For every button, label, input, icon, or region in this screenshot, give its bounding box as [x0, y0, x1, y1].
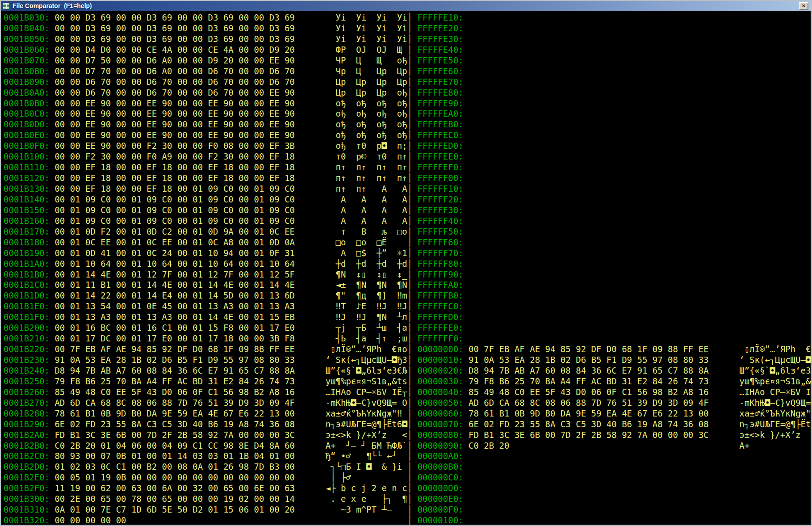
right-address: 00000060:: [412, 408, 463, 418]
right-address: FFFFFFC0:: [412, 301, 463, 311]
panel-separator: │: [407, 55, 412, 65]
left-address: 0001B050:: [4, 34, 50, 44]
left-address: 0001B240:: [4, 366, 50, 375]
right-address: FFFFFFE0:: [412, 323, 463, 332]
left-address: 0001B1F0:: [4, 312, 50, 322]
hex-row: 0001B2E0: 00 05 01 19 0B 00 00 00 00 00 …: [4, 472, 811, 483]
panel-separator: │: [407, 237, 412, 247]
right-address: FFFFFF30:: [412, 205, 463, 215]
hex-row: 0001B0D0: 00 00 EE 90 00 00 EE 90 00 00 …: [4, 119, 811, 130]
right-address: 000000A0:: [412, 451, 463, 461]
window-title: File Comparator (F1=help): [13, 2, 92, 9]
left-hex-and-ascii: 00 01 11 B1 00 01 14 4E 00 01 14 4E 00 0…: [50, 280, 407, 290]
right-address: FFFFFFB0:: [412, 290, 463, 300]
left-hex-and-ascii: 00 01 0D 41 00 01 0C 24 00 01 10 94 00 0…: [50, 248, 407, 258]
left-address: 0001B290:: [4, 419, 50, 429]
left-address: 0001B2F0:: [4, 483, 50, 493]
hex-row: 0001B300: 00 2E 00 65 00 78 00 65 00 00 …: [4, 494, 811, 505]
left-hex-and-ascii: 85 49 48 C0 EE 5F 43 D0 06 0F C1 56 98 B…: [50, 387, 407, 397]
hex-row: 0001B1D0: 00 01 14 22 00 01 14 E4 00 01 …: [4, 290, 811, 301]
hex-row: 0001B2D0: 01 02 03 0C C1 00 B2 00 08 0A …: [4, 462, 811, 472]
panel-separator: │: [407, 269, 412, 279]
panel-separator: │: [407, 408, 412, 418]
panel-separator: │: [407, 205, 412, 215]
left-hex-and-ascii: 0A 01 00 7E C7 1D 6D 5E 50 D2 01 15 06 0…: [50, 505, 407, 514]
panel-separator: │: [407, 290, 412, 300]
hex-row: 0001B250: 79 F8 B6 25 70 BA A4 FF AC BD …: [4, 376, 811, 387]
left-hex-and-ascii: 00 00 EF 18 00 00 EF 18 00 01 09 C0 00 0…: [50, 184, 407, 194]
panel-separator: │: [407, 483, 412, 493]
panel-separator: │: [407, 419, 412, 429]
left-hex-and-ascii: 00 00 D4 D0 00 00 CE 4A 00 00 CE 4A 00 0…: [50, 45, 407, 55]
panel-separator: │: [407, 462, 412, 471]
hex-row: 0001B160: 00 01 09 C0 00 01 09 C0 00 01 …: [4, 216, 811, 227]
left-hex-and-ascii: 00 01 16 BC 00 01 16 C1 00 01 15 F8 00 0…: [50, 323, 407, 332]
left-address: 0001B1B0:: [4, 269, 50, 279]
panel-separator: │: [407, 323, 412, 332]
panel-separator: │: [407, 77, 412, 87]
right-address: FFFFFE90:: [412, 98, 463, 108]
right-address: FFFFFEA0:: [412, 109, 463, 118]
left-hex-and-ascii: 00 01 10 64 00 01 10 64 00 01 10 64 00 0…: [50, 259, 407, 269]
hex-row: 0001B170: 00 01 0D F2 00 01 0D C2 00 01 …: [4, 227, 811, 237]
panel-separator: │: [407, 109, 412, 118]
left-address: 0001B310:: [4, 505, 50, 514]
left-address: 0001B110:: [4, 162, 50, 172]
panel-separator: │: [407, 259, 412, 269]
panel-separator: │: [407, 387, 412, 397]
panel-separator: │: [407, 194, 412, 204]
hex-row: 0001B090: 00 00 D6 70 00 00 D6 70 00 00 …: [4, 77, 811, 88]
left-address: 0001B1C0:: [4, 280, 50, 290]
hex-row: 0001B0F0: 00 00 EE 90 00 00 F2 30 00 00 …: [4, 141, 811, 151]
panel-separator: │: [407, 216, 412, 226]
left-hex-and-ascii: 00 00 D6 70 00 00 D6 70 00 00 D6 70 00 0…: [50, 77, 407, 87]
left-hex-and-ascii: 00 00 D7 70 00 00 D6 A0 00 00 D6 70 00 0…: [50, 66, 407, 76]
hex-row: 0001B060: 00 00 D4 D0 00 00 CE 4A 00 00 …: [4, 45, 811, 55]
right-address: FFFFFF40:: [412, 216, 463, 226]
left-hex-and-ascii: 00 01 14 22 00 01 14 E4 00 01 14 5D 00 0…: [50, 290, 407, 300]
right-hex-and-ascii: D8 94 7B AB A7 60 08 84 36 6C E7 91 65 C…: [464, 366, 811, 375]
hex-viewer: 0001B030: 00 00 D3 69 00 00 D3 69 00 00 …: [1, 11, 811, 525]
right-address: 00000000:: [412, 344, 463, 354]
hex-row: 0001B2F0: 11 19 00 62 00 63 00 6A 00 32 …: [4, 483, 811, 494]
panel-separator: │: [407, 119, 412, 129]
left-address: 0001B2A0:: [4, 430, 50, 440]
titlebar[interactable]: File Comparator (F1=help) ✕: [1, 1, 811, 11]
panel-separator: │: [407, 333, 412, 343]
hex-row: 0001B210: 00 01 17 DC 00 01 17 E0 00 01 …: [4, 333, 811, 344]
hex-row: 0001B1B0: 00 01 14 4E 00 01 12 7F 00 01 …: [4, 269, 811, 280]
hex-row: 0001B270: AD 6D CA 68 8C 08 06 88 7D 76 …: [4, 398, 811, 408]
right-address: FFFFFF50:: [412, 227, 463, 236]
left-hex-and-ascii: 00 01 14 4E 00 01 12 7F 00 01 12 7F 00 0…: [50, 269, 407, 279]
left-address: 0001B250:: [4, 376, 50, 386]
left-hex-and-ascii: 00 01 09 C0 00 01 09 C0 00 01 09 C0 00 0…: [50, 205, 407, 215]
right-hex-and-ascii: FD B1 3C 3E 6B 00 7D 2F 2B 58 92 7A 00 0…: [464, 430, 811, 440]
left-address: 0001B280:: [4, 408, 50, 418]
left-address: 0001B040:: [4, 23, 50, 33]
panel-separator: │: [407, 312, 412, 322]
panel-separator: │: [407, 130, 412, 140]
right-address: 000000D0:: [412, 483, 463, 493]
right-address: FFFFFEC0:: [412, 130, 463, 140]
hex-row: 0001B2B0: C0 2B 20 01 04 06 00 04 09 C1 …: [4, 441, 811, 451]
left-address: 0001B060:: [4, 45, 50, 55]
right-address: 000000E0:: [412, 494, 463, 504]
hex-row: 0001B150: 00 01 09 C0 00 01 09 C0 00 01 …: [4, 205, 811, 216]
left-hex-and-ascii: 00 00 EE 90 00 00 F2 30 00 00 F0 08 00 0…: [50, 141, 407, 151]
right-hex-and-ascii: C0 2B 20 А+: [464, 441, 811, 450]
left-address: 0001B200:: [4, 323, 50, 332]
right-address: FFFFFEB0:: [412, 119, 463, 129]
hex-row: 0001B070: 00 00 D7 50 00 00 D6 A0 00 00 …: [4, 55, 811, 66]
left-address: 0001B2D0:: [4, 462, 50, 471]
hex-row: 0001B0A0: 00 00 D6 70 00 00 D6 70 00 00 …: [4, 88, 811, 98]
left-address: 0001B2E0:: [4, 472, 50, 482]
left-address: 0001B300:: [4, 494, 50, 504]
right-address: 00000050:: [412, 398, 463, 408]
right-address: FFFFFFF0:: [412, 333, 463, 343]
close-icon[interactable]: ✕: [799, 2, 808, 10]
panel-separator: │: [407, 151, 412, 161]
left-hex-and-ascii: 00 00 00 00 00: [50, 515, 407, 525]
left-hex-and-ascii: 6E 02 FD 23 55 8A C3 C5 3D 40 B6 19 A8 7…: [50, 419, 407, 429]
right-address: FFFFFFD0:: [412, 312, 463, 322]
left-address: 0001B180:: [4, 237, 50, 247]
